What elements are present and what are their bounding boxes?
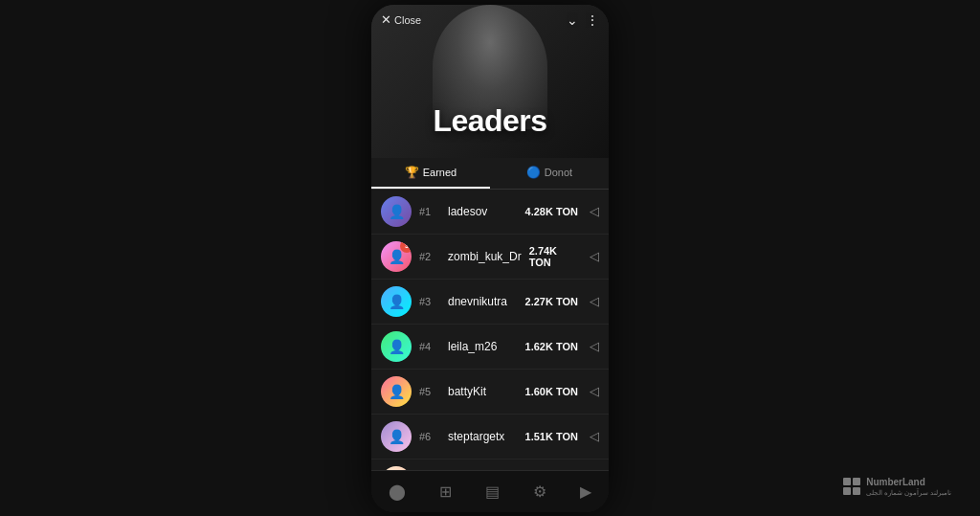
amount: 2.74K TON (529, 245, 578, 268)
username: ladesov (448, 205, 518, 218)
card-icon: ▤ (485, 482, 500, 501)
rank-label: #2 (419, 251, 440, 262)
rank-label: #6 (419, 431, 440, 442)
watermark: NumberLand نامبرلند سرآمون شماره الجلی (843, 476, 951, 497)
nav-home[interactable]: ⬤ (389, 482, 406, 501)
tab-donot[interactable]: 🔵 Donot (490, 158, 609, 189)
close-label: Close (394, 14, 421, 26)
nav-video[interactable]: ▶ (580, 482, 591, 501)
wm-block (843, 487, 851, 495)
top-right-icons: ⌄ ⋮ (567, 12, 599, 28)
home-icon: ⬤ (389, 482, 406, 501)
ton-icon: ◁ (590, 429, 599, 443)
username: zombi_kuk_Dr (448, 250, 522, 263)
close-icon: ✕ (381, 13, 391, 26)
rank-label: #3 (419, 296, 440, 307)
hero-section: ✕ Close ⌄ ⋮ Leaders (371, 5, 609, 158)
amount: 1.62K TON (525, 341, 578, 352)
username: dnevnikutra (448, 295, 518, 308)
rank-label: #5 (419, 386, 440, 397)
rank-label: #4 (419, 341, 440, 352)
amount: 1.60K TON (525, 386, 578, 397)
top-bar: ✕ Close ⌄ ⋮ (371, 12, 609, 28)
ton-icon: ◁ (590, 339, 599, 353)
amount: 1.51K TON (525, 431, 578, 442)
amount: 2.27K TON (525, 296, 578, 307)
list-item[interactable]: 👤 #5 battyKit 1.60K TON ◁ (371, 370, 609, 415)
phone-container: ✕ Close ⌄ ⋮ Leaders 🏆 Earned 🔵 Donot 👤 #… (371, 5, 609, 512)
watermark-logo (843, 478, 860, 495)
notification-badge: 3 (400, 241, 412, 253)
tab-donot-label: Donot (545, 167, 572, 178)
nav-card[interactable]: ▤ (485, 482, 500, 501)
tabs-bar: 🏆 Earned 🔵 Donot (371, 158, 609, 190)
username: battyKit (448, 385, 518, 398)
video-icon: ▶ (580, 482, 591, 501)
avatar: 👤 3 (381, 241, 412, 272)
donot-icon: 🔵 (526, 166, 541, 179)
avatar: 👤 (381, 376, 412, 407)
avatar: 👤 (381, 421, 412, 452)
tab-earned[interactable]: 🏆 Earned (371, 158, 490, 189)
wm-block (843, 478, 851, 485)
settings-icon: ⚙ (533, 482, 546, 501)
watermark-text: NumberLand نامبرلند سرآمون شماره الجلی (866, 476, 951, 497)
list-item[interactable]: 👤 #3 dnevnikutra 2.27K TON ◁ (371, 280, 609, 325)
list-item[interactable]: 👤 #1 ladesov 4.28K TON ◁ (371, 190, 609, 235)
ton-icon: ◁ (590, 204, 599, 218)
rank-label: #1 (419, 206, 440, 217)
list-item[interactable]: 👤 3 #2 zombi_kuk_Dr 2.74K TON ◁ (371, 235, 609, 280)
avatar: 👤 (381, 331, 412, 362)
list-item[interactable]: 👤 #7 abdoezzatt 1.13K TON ◁ (371, 460, 609, 470)
nav-settings[interactable]: ⚙ (533, 482, 546, 501)
list-item[interactable]: 👤 #4 leila_m26 1.62K TON ◁ (371, 325, 609, 370)
close-button[interactable]: ✕ Close (381, 13, 421, 26)
earned-icon: 🏆 (405, 166, 419, 179)
wm-block (853, 487, 860, 495)
avatar: 👤 (381, 196, 412, 227)
brand-sub: نامبرلند سرآمون شماره الجلی (866, 488, 951, 497)
brand-name: NumberLand (866, 476, 951, 488)
amount: 4.28K TON (525, 206, 578, 217)
chevron-down-icon[interactable]: ⌄ (567, 12, 578, 28)
ton-icon: ◁ (590, 249, 599, 263)
wm-block (853, 478, 860, 485)
grid-icon: ⊞ (439, 482, 452, 501)
username: leila_m26 (448, 340, 518, 353)
ton-icon: ◁ (590, 294, 599, 308)
tab-earned-label: Earned (423, 167, 457, 178)
more-options-icon[interactable]: ⋮ (586, 12, 599, 28)
page-title: Leaders (371, 103, 609, 139)
ton-icon: ◁ (590, 384, 599, 398)
leaderboard-list: 👤 #1 ladesov 4.28K TON ◁ 👤 3 #2 zombi_ku… (371, 190, 609, 470)
nav-grid[interactable]: ⊞ (439, 482, 452, 501)
avatar: 👤 (381, 286, 412, 317)
username: steptargetx (448, 430, 518, 443)
list-item[interactable]: 👤 #6 steptargetx 1.51K TON ◁ (371, 415, 609, 460)
bottom-nav: ⬤ ⊞ ▤ ⚙ ▶ (371, 470, 609, 512)
